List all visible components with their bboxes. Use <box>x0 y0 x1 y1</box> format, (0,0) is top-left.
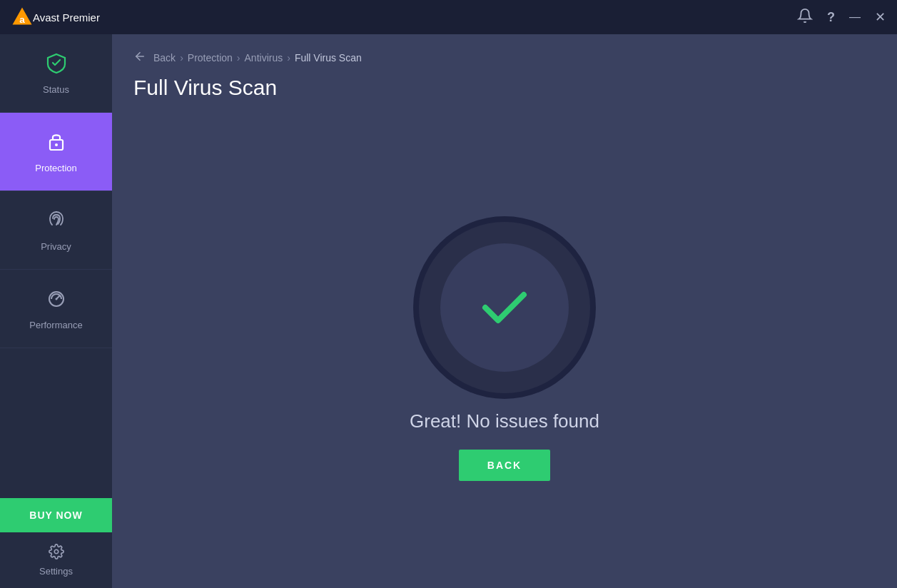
sidebar-item-performance[interactable]: Performance <box>0 270 112 348</box>
breadcrumb-sep1: › <box>180 52 183 64</box>
breadcrumb-current: Full Virus Scan <box>295 52 362 64</box>
sidebar-item-status-label: Status <box>43 84 69 95</box>
back-arrow-icon[interactable] <box>133 50 146 66</box>
avast-logo: a <box>11 6 33 28</box>
sidebar-item-performance-label: Performance <box>29 320 82 330</box>
breadcrumb-back[interactable]: Back <box>153 52 176 64</box>
sidebar-spacer <box>0 348 112 498</box>
bell-icon[interactable] <box>797 8 813 27</box>
page-title: Full Virus Scan <box>112 73 897 114</box>
privacy-icon <box>46 209 67 235</box>
main-layout: Status Protection <box>0 34 897 588</box>
scan-result-inner <box>440 243 569 372</box>
sidebar-item-status[interactable]: Status <box>0 34 112 113</box>
breadcrumb-sep2: › <box>237 52 240 64</box>
svg-text:a: a <box>19 14 25 25</box>
sidebar-item-privacy[interactable]: Privacy <box>0 191 112 270</box>
buy-now-button[interactable]: BUY NOW <box>0 498 112 532</box>
svg-point-7 <box>54 549 59 554</box>
minimize-icon[interactable]: — <box>849 11 861 24</box>
sidebar-item-settings-label: Settings <box>39 566 73 577</box>
sidebar-item-privacy-label: Privacy <box>41 241 71 252</box>
status-icon <box>46 52 67 78</box>
result-text: Great! No issues found <box>410 410 599 432</box>
breadcrumb-sep3: › <box>287 52 290 64</box>
center-content: Great! No issues found BACK <box>112 114 897 588</box>
breadcrumb-protection[interactable]: Protection <box>188 52 233 64</box>
help-icon[interactable]: ? <box>827 10 835 25</box>
title-actions: ? — ✕ <box>797 8 886 27</box>
sidebar-item-settings[interactable]: Settings <box>0 532 112 588</box>
titlebar: a Avast Premier ? — ✕ <box>0 0 897 34</box>
back-button[interactable]: BACK <box>459 450 550 481</box>
sidebar-item-protection[interactable]: Protection <box>0 113 112 191</box>
close-icon[interactable]: ✕ <box>875 9 886 25</box>
breadcrumb: Back › Protection › Antivirus › Full Vir… <box>112 34 897 73</box>
sidebar: Status Protection <box>0 34 112 588</box>
protection-icon <box>46 131 67 157</box>
settings-icon <box>49 544 64 563</box>
performance-icon <box>46 288 67 314</box>
content-area: Back › Protection › Antivirus › Full Vir… <box>112 34 897 588</box>
breadcrumb-antivirus[interactable]: Antivirus <box>245 52 283 64</box>
app-title: Avast Premier <box>33 11 797 24</box>
svg-point-6 <box>55 298 57 300</box>
sidebar-item-protection-label: Protection <box>35 163 77 173</box>
scan-result-circle <box>419 222 590 393</box>
svg-point-3 <box>55 143 58 146</box>
checkmark-icon <box>472 275 537 340</box>
